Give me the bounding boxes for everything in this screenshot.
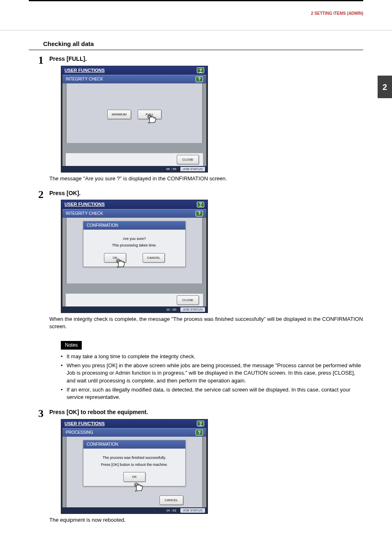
subscreen-title: PROCESSING — [66, 430, 93, 435]
help-icon[interactable]: ? — [197, 421, 204, 426]
step-followup-text: When the integrity check is complete, th… — [49, 315, 363, 330]
window-title: USER FUNCTIONS — [65, 421, 105, 427]
step-3: 3 Press [OK] to reboot the equipment. US… — [29, 408, 363, 528]
dialog-text: This processing takes time. — [88, 243, 181, 248]
screenshot-processing: USER FUNCTIONS ? PROCESSING ? CONFIRMATI… — [61, 419, 208, 514]
job-status-button[interactable]: JOB STATUS — [180, 307, 205, 312]
dialog-text: Press [OK] button to reboot the machine. — [88, 462, 181, 467]
step-heading: Press [OK] to reboot the equipment. — [49, 408, 363, 417]
help-icon[interactable]: ? — [196, 76, 203, 82]
close-button[interactable]: CLOSE — [177, 155, 199, 164]
help-icon[interactable]: ? — [197, 202, 204, 207]
list-item: It may take a long time to complete the … — [61, 353, 363, 360]
step-heading: Press [FULL]. — [49, 55, 363, 63]
job-status-button[interactable]: JOB STATUS — [180, 508, 205, 513]
window-title: USER FUNCTIONS — [65, 201, 105, 207]
step-1: 1 Press [FULL]. USER FUNCTIONS ? INTEGRI… — [29, 55, 363, 187]
cancel-button[interactable]: CANCEL — [143, 253, 165, 263]
step-number: 1 — [29, 55, 49, 187]
dialog-text: Are you sure? — [88, 236, 181, 242]
dialog-text: The process was finished successfully. — [88, 455, 181, 461]
notes-list: It may take a long time to complete the … — [61, 353, 363, 401]
step-number: 2 — [29, 189, 49, 403]
screenshot-confirmation: USER FUNCTIONS ? INTEGRITY CHECK ? CONFI… — [61, 200, 208, 313]
step-number: 3 — [29, 408, 49, 528]
window-title: USER FUNCTIONS — [65, 67, 105, 74]
time-label: 09 : 59 — [166, 167, 176, 171]
confirmation-dialog: CONFIRMATION Are you sure? This processi… — [83, 221, 186, 267]
step-heading: Press [OK]. — [49, 189, 363, 198]
dialog-title: CONFIRMATION — [83, 221, 185, 230]
subscreen-title: INTEGRITY CHECK — [66, 211, 103, 216]
subscreen-title: INTEGRITY CHECK — [66, 76, 103, 82]
job-status-button[interactable]: JOB STATUS — [180, 167, 205, 171]
cancel-button[interactable]: CANCEL — [159, 495, 183, 505]
chapter-side-tab: 2 — [378, 76, 392, 98]
help-icon[interactable]: ? — [197, 67, 204, 73]
minimum-button[interactable]: MINIMUM — [107, 110, 131, 119]
notes-label: Notes — [61, 341, 82, 350]
close-button[interactable]: CLOSE — [177, 295, 199, 305]
confirmation-dialog: CONFIRMATION The process was finished su… — [83, 440, 186, 486]
screenshot-integrity-check: USER FUNCTIONS ? INTEGRITY CHECK ? MINIM… — [61, 66, 208, 173]
list-item: If an error, such as illegally modified … — [61, 386, 363, 401]
ok-button[interactable]: OK — [123, 472, 145, 481]
help-icon[interactable]: ? — [196, 211, 203, 216]
section-title: Checking all data — [29, 39, 363, 50]
step-2: 2 Press [OK]. USER FUNCTIONS ? INTEGRITY… — [29, 189, 363, 403]
step-followup-text: The equipment is now rebooted. — [49, 516, 363, 524]
time-label: 14 : 02 — [166, 508, 176, 513]
ok-button[interactable]: OK — [104, 253, 126, 263]
dialog-title: CONFIRMATION — [83, 440, 185, 449]
time-label: 10 : 00 — [166, 307, 176, 312]
help-icon[interactable]: ? — [196, 430, 203, 435]
chapter-heading: 2 SETTING ITEMS (ADMIN) — [311, 11, 363, 16]
full-button[interactable]: FULL — [138, 110, 161, 119]
step-followup-text: The message "Are you sure ?" is displaye… — [49, 175, 363, 182]
list-item: When you press [OK] in the above screen … — [61, 362, 363, 385]
